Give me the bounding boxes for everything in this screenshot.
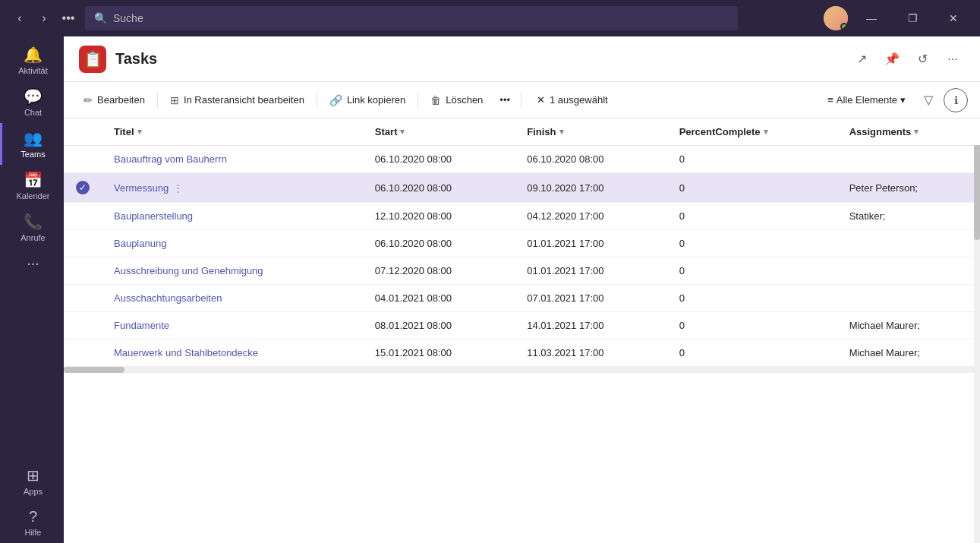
row-assignments-cell bbox=[837, 285, 980, 312]
row-percent-cell: 0 bbox=[667, 230, 837, 257]
alle-elemente-button[interactable]: ≡ Alle Elemente ▾ bbox=[820, 90, 913, 110]
rasteransicht-button[interactable]: ⊞ In Rasteransicht bearbeiten bbox=[162, 90, 312, 111]
task-title-link[interactable]: Fundamente bbox=[114, 320, 169, 331]
sidebar-item-chat[interactable]: 💬 Chat bbox=[0, 81, 64, 123]
loeschen-label: Löschen bbox=[446, 94, 483, 106]
delete-icon: 🗑 bbox=[430, 94, 441, 106]
sidebar-item-anrufe[interactable]: 📞 Anrufe bbox=[0, 207, 64, 248]
nav-controls: ‹ › ••• bbox=[9, 8, 79, 29]
sidebar-item-aktivitat[interactable]: 🔔 Aktivität bbox=[0, 39, 64, 81]
hscrollbar-thumb[interactable] bbox=[64, 367, 124, 373]
sidebar-label-teams: Teams bbox=[20, 150, 45, 159]
row-start-cell: 15.01.2021 08:00 bbox=[363, 339, 515, 367]
external-link-button[interactable]: ↗ bbox=[849, 47, 874, 71]
table-row: ✓Vermessung⋮06.10.2020 08:0009.10.2020 1… bbox=[64, 173, 980, 203]
hilfe-icon: ? bbox=[29, 508, 37, 526]
horizontal-scrollbar[interactable] bbox=[64, 367, 980, 373]
anrufe-icon: 📞 bbox=[24, 213, 43, 231]
row-finish-cell: 11.03.2021 17:00 bbox=[515, 339, 666, 367]
aktivitat-icon: 🔔 bbox=[24, 46, 43, 64]
filter-button[interactable]: ▽ bbox=[916, 88, 941, 112]
sidebar: 🔔 Aktivität 💬 Chat 👥 Teams 📅 Kalender 📞 … bbox=[0, 36, 64, 543]
col-checkbox bbox=[64, 118, 102, 146]
search-bar: 🔍 bbox=[85, 6, 738, 30]
row-percent-cell: 0 bbox=[667, 173, 837, 203]
teams-icon: 👥 bbox=[24, 129, 43, 147]
row-check-button[interactable]: ✓ bbox=[76, 181, 90, 194]
sort-icon-titel: ▾ bbox=[137, 127, 142, 137]
task-title-link[interactable]: Vermessung bbox=[114, 182, 169, 194]
sidebar-item-teams[interactable]: 👥 Teams bbox=[0, 123, 64, 165]
nav-forward-button[interactable]: › bbox=[33, 8, 55, 29]
col-percent[interactable]: PercentComplete ▾ bbox=[667, 118, 837, 146]
close-button[interactable]: ✕ bbox=[936, 6, 971, 30]
task-title-link[interactable]: Bauplanerstellung bbox=[114, 210, 193, 222]
apps-icon: ⊞ bbox=[27, 466, 39, 485]
task-title-link[interactable]: Mauerwerk und Stahlbetondecke bbox=[114, 347, 258, 358]
toolbar: ✏ Bearbeiten ⊞ In Rasteransicht bearbeit… bbox=[64, 82, 980, 118]
chevron-down-icon: ▾ bbox=[900, 94, 906, 106]
row-checkbox-cell bbox=[64, 146, 102, 173]
sort-titel[interactable]: Titel ▾ bbox=[114, 126, 142, 137]
restore-button[interactable]: ❐ bbox=[895, 6, 930, 30]
sidebar-item-hilfe[interactable]: ? Hilfe bbox=[0, 502, 64, 543]
col-titel[interactable]: Titel ▾ bbox=[102, 118, 363, 146]
refresh-button[interactable]: ↺ bbox=[910, 47, 934, 71]
row-finish-cell: 07.01.2021 17:00 bbox=[515, 285, 666, 312]
more-options-button[interactable]: ··· bbox=[941, 47, 965, 71]
toolbar-more-button[interactable]: ••• bbox=[493, 90, 516, 110]
sort-assignments[interactable]: Assignments ▾ bbox=[849, 126, 919, 137]
row-actions-icon[interactable]: ⋮ bbox=[169, 181, 187, 195]
nav-back-button[interactable]: ‹ bbox=[9, 8, 30, 29]
sidebar-item-apps[interactable]: ⊞ Apps bbox=[0, 460, 64, 502]
row-checkbox-cell bbox=[64, 339, 102, 367]
row-assignments-cell: Statiker; bbox=[837, 203, 980, 230]
link-icon: 🔗 bbox=[329, 94, 342, 106]
row-titel-cell: Fundamente bbox=[102, 312, 363, 339]
sidebar-item-more[interactable]: ··· bbox=[0, 248, 64, 278]
info-button[interactable]: ℹ bbox=[944, 88, 968, 112]
sort-finish[interactable]: Finish ▾ bbox=[527, 126, 563, 137]
col-assignments[interactable]: Assignments ▾ bbox=[837, 118, 980, 146]
main-content: 📋 Tasks ↗ 📌 ↺ ··· ✏ Bearbeiten ⊞ In Rast… bbox=[64, 36, 980, 543]
col-start-label: Start bbox=[375, 126, 398, 137]
sort-percent[interactable]: PercentComplete ▾ bbox=[679, 126, 768, 137]
row-start-cell: 06.10.2020 08:00 bbox=[363, 146, 515, 173]
table-container[interactable]: Titel ▾ Start ▾ Finish bbox=[64, 118, 980, 543]
row-percent-cell: 0 bbox=[667, 339, 837, 367]
pin-button[interactable]: 📌 bbox=[880, 47, 904, 71]
sidebar-item-kalender[interactable]: 📅 Kalender bbox=[0, 165, 64, 207]
sidebar-label-aktivitat: Aktivität bbox=[18, 66, 48, 75]
close-selection-icon[interactable]: ✕ bbox=[537, 94, 545, 106]
table-row: Mauerwerk und Stahlbetondecke15.01.2021 … bbox=[64, 339, 980, 367]
search-icon: 🔍 bbox=[94, 12, 107, 24]
link-kopieren-button[interactable]: 🔗 Link kopieren bbox=[322, 90, 413, 111]
search-input[interactable] bbox=[113, 12, 729, 24]
table-row: Bauplanerstellung12.10.2020 08:0004.12.2… bbox=[64, 203, 980, 230]
sort-icon-assignments: ▾ bbox=[914, 127, 919, 137]
row-start-cell: 04.01.2021 08:00 bbox=[363, 285, 515, 312]
sidebar-label-chat: Chat bbox=[24, 108, 42, 117]
col-start[interactable]: Start ▾ bbox=[363, 118, 515, 146]
col-percent-label: PercentComplete bbox=[679, 126, 761, 137]
vertical-scrollbar[interactable] bbox=[974, 118, 980, 543]
bearbeiten-button[interactable]: ✏ Bearbeiten bbox=[76, 90, 153, 111]
loeschen-button[interactable]: 🗑 Löschen bbox=[423, 90, 490, 111]
task-title-link[interactable]: Bauauftrag vom Bauherrn bbox=[114, 153, 227, 165]
col-finish[interactable]: Finish ▾ bbox=[515, 118, 666, 146]
task-title-link[interactable]: Bauplanung bbox=[114, 238, 166, 249]
sort-icon-percent: ▾ bbox=[764, 127, 768, 137]
row-percent-cell: 0 bbox=[667, 285, 837, 312]
titlebar: ‹ › ••• 🔍 — ❐ ✕ bbox=[0, 0, 980, 36]
table-row: Bauauftrag vom Bauherrn06.10.2020 08:000… bbox=[64, 146, 980, 173]
avatar[interactable] bbox=[824, 6, 848, 30]
nav-dots-button[interactable]: ••• bbox=[58, 8, 79, 29]
minimize-button[interactable]: — bbox=[854, 6, 889, 30]
chat-icon: 💬 bbox=[24, 87, 43, 106]
row-start-cell: 06.10.2020 08:00 bbox=[363, 230, 515, 257]
task-title-link[interactable]: Ausschreibung und Genehmigung bbox=[114, 265, 263, 276]
task-title-link[interactable]: Ausschachtungsarbeiten bbox=[114, 292, 222, 304]
row-percent-cell: 0 bbox=[667, 146, 837, 173]
sort-start[interactable]: Start ▾ bbox=[375, 126, 405, 137]
sidebar-label-anrufe: Anrufe bbox=[20, 233, 45, 242]
